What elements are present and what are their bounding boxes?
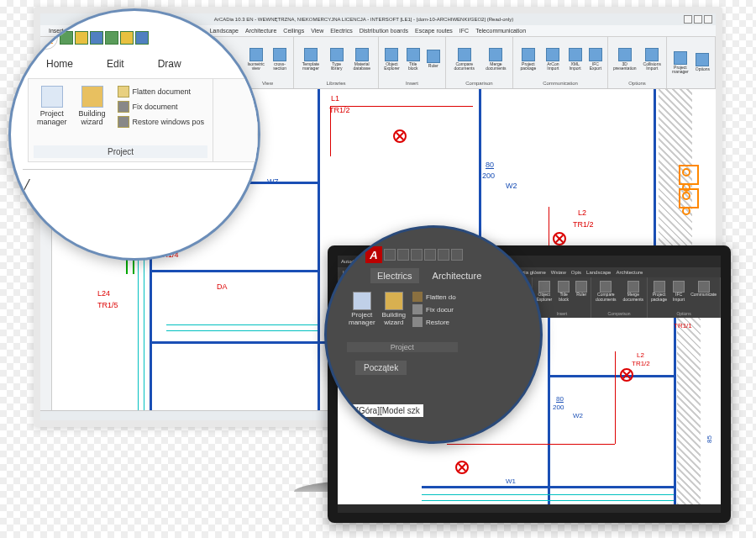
- qat-button[interactable]: [384, 249, 396, 261]
- cross-section-button[interactable]: cross-section: [270, 46, 290, 73]
- compare-documents-button[interactable]: Compare documents: [593, 279, 618, 311]
- qat-button[interactable]: [105, 31, 118, 45]
- equipment-icon: [679, 165, 699, 185]
- fix-document-button[interactable]: Fix document: [118, 101, 205, 113]
- restore-windows-button[interactable]: Restore: [412, 317, 456, 327]
- label-w2: W2: [506, 182, 517, 190]
- label-fraction2: 200: [553, 404, 564, 411]
- qat-button[interactable]: [424, 249, 436, 261]
- arcon-import-button[interactable]: ArCon Import: [543, 46, 563, 73]
- label-l2: L2: [578, 208, 586, 217]
- project-manager-button[interactable]: Project manager: [34, 82, 71, 145]
- label-fraction-bot: 200: [482, 171, 495, 180]
- ribbon-group-label: Project: [347, 342, 458, 352]
- panel-label[interactable]: Początek: [355, 361, 407, 375]
- ribbon-tabs: Home Edit Draw: [39, 55, 188, 73]
- ribbon-group-insert: Object Explorer Title block Ruler Insert: [379, 37, 446, 88]
- label-tr12: TR1/2: [632, 360, 650, 367]
- menu-item[interactable]: IFC: [459, 28, 469, 34]
- menu-item[interactable]: Landscape: [210, 28, 239, 34]
- ribbon-group-project: Project manager Building wizard Flatten …: [29, 79, 213, 161]
- project-package-button[interactable]: Project package: [517, 46, 540, 73]
- object-explorer-button[interactable]: Object Explorer: [382, 46, 402, 73]
- ifc-import-button[interactable]: IFC Import: [671, 279, 686, 311]
- project-manager-button[interactable]: Project manager: [670, 50, 690, 76]
- 3d-presentation-button[interactable]: 3D presentation: [612, 46, 638, 73]
- qat-button[interactable]: [411, 249, 423, 261]
- project-package-button[interactable]: Project package: [649, 279, 669, 311]
- label-da: DA: [217, 282, 228, 291]
- merge-documents-button[interactable]: Merge documents: [622, 279, 645, 311]
- title-block-button[interactable]: Title block: [556, 279, 571, 311]
- options-button[interactable]: Options: [694, 51, 711, 74]
- flatten-document-button[interactable]: Flatten document: [118, 86, 205, 98]
- label-w7: W7: [267, 177, 279, 186]
- label-l2: L2: [637, 351, 644, 359]
- menu-item[interactable]: Wstaw: [551, 270, 566, 275]
- qat-button[interactable]: [397, 249, 409, 261]
- menu-item[interactable]: Ceilings: [283, 28, 304, 34]
- ribbon-group-insert: Object Explorer Title block Ruler Insert: [533, 277, 591, 318]
- menu-item[interactable]: Electrics: [330, 28, 352, 34]
- restore-windows-button[interactable]: Restore windows pos: [118, 116, 205, 128]
- flatten-document-button[interactable]: Flatten do: [412, 292, 456, 302]
- minimize-button[interactable]: [684, 15, 692, 24]
- tab-draw[interactable]: Draw: [151, 55, 188, 73]
- maximize-button[interactable]: [694, 15, 702, 24]
- tab-architecture[interactable]: Architecture: [426, 268, 489, 283]
- label-tr12: TR1/2: [329, 106, 350, 114]
- ribbon-group-options: Project package IFC Import Communicate O…: [648, 277, 721, 318]
- tablet-statusbar: [338, 504, 721, 513]
- label-dim: 85: [706, 435, 713, 443]
- type-library-button[interactable]: Type library: [328, 46, 345, 73]
- tab-home[interactable]: Home: [39, 55, 80, 73]
- menu-item[interactable]: Escape routes: [415, 28, 453, 34]
- merge-documents-button[interactable]: Merge documents: [483, 46, 510, 73]
- building-wizard-button[interactable]: Building wizard: [76, 82, 109, 145]
- ruler-button[interactable]: Ruler: [574, 279, 589, 311]
- light-fixture-icon: [553, 232, 566, 245]
- qat-new-button[interactable]: [60, 31, 73, 45]
- fix-document-button[interactable]: Fix docur: [412, 304, 456, 314]
- template-manager-button[interactable]: Template manager: [297, 46, 324, 73]
- menu-item[interactable]: Distribution boards: [360, 28, 408, 34]
- qat-button[interactable]: [451, 249, 463, 261]
- ribbon-group-misc: Project manager Options: [667, 37, 716, 88]
- magnifier-detail: Home Edit Draw Project manager Building …: [8, 8, 260, 261]
- material-database-button[interactable]: Material database: [349, 46, 375, 73]
- menu-item[interactable]: Telecommunication: [475, 28, 526, 34]
- qat-button[interactable]: [120, 31, 134, 45]
- menu-item[interactable]: Architecture: [616, 270, 643, 275]
- close-button[interactable]: [704, 15, 712, 24]
- ifc-export-button[interactable]: IFC Export: [587, 46, 604, 73]
- tab-edit[interactable]: Edit: [100, 55, 131, 73]
- tab-electrics[interactable]: Electrics: [370, 268, 419, 283]
- menu-item[interactable]: Landscape: [586, 270, 611, 275]
- ribbon-group-view: Isometric view cross-section View: [242, 37, 294, 88]
- ribbon-group-libraries: Template manager Type library Material d…: [294, 37, 379, 88]
- label-tr15: TR1/5: [97, 301, 118, 309]
- tablet-ribbon-tabs: Electrics Architecture: [370, 268, 488, 283]
- building-wizard-button[interactable]: Building wizard: [381, 290, 407, 342]
- qat-save-button[interactable]: [90, 31, 103, 45]
- line-tool-icon[interactable]: ╱: [23, 179, 33, 193]
- autocad-logo-icon[interactable]: A: [365, 246, 382, 263]
- project-manager-button[interactable]: Project manager: [347, 290, 377, 342]
- menu-item[interactable]: View: [311, 28, 323, 34]
- circle-tool-icon[interactable]: ○.: [23, 198, 33, 211]
- ribbon-group-label: View: [245, 80, 290, 87]
- ribbon-group-project: Project manager Building wizard Flatten …: [344, 288, 461, 354]
- label-tr12b: TR1/2: [573, 220, 594, 229]
- qat-open-button[interactable]: [75, 31, 88, 45]
- menu-item[interactable]: Opis: [571, 270, 581, 275]
- qat-print-button[interactable]: [135, 31, 149, 45]
- compare-documents-button[interactable]: Compare documents: [449, 46, 480, 73]
- qat-button[interactable]: [438, 249, 449, 261]
- xml-import-button[interactable]: XML Import: [566, 46, 584, 73]
- collisions-import-button[interactable]: Collisions Import: [641, 46, 663, 73]
- title-block-button[interactable]: Title block: [405, 46, 422, 73]
- communicate-button[interactable]: Communicate: [689, 279, 718, 311]
- menu-item[interactable]: Architecture: [245, 28, 276, 34]
- ruler-button[interactable]: Ruler: [425, 48, 442, 71]
- isometric-view-button[interactable]: Isometric view: [245, 46, 266, 73]
